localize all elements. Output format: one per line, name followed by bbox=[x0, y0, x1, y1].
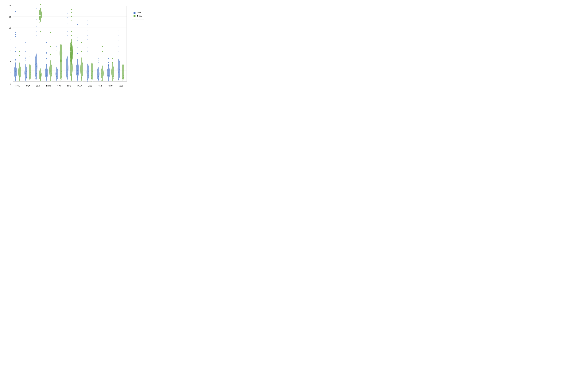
y-axis-label-container bbox=[3, 4, 8, 89]
tumor-data-point bbox=[98, 81, 98, 81]
normal-data-point bbox=[92, 74, 93, 74]
tumor-data-point bbox=[36, 66, 37, 67]
tumor-data-point bbox=[118, 72, 119, 73]
tumor-data-point bbox=[108, 77, 108, 77]
tumor-data-point bbox=[16, 75, 16, 75]
tumor-outlier bbox=[46, 53, 47, 54]
tumor-data-point bbox=[36, 73, 37, 74]
tumor-data-point bbox=[26, 71, 26, 72]
normal-data-point bbox=[82, 69, 82, 70]
normal-outlier bbox=[123, 58, 123, 59]
tumor-data-point bbox=[26, 73, 26, 73]
tumor-data-point bbox=[87, 73, 88, 73]
x-axis-label: BLCA bbox=[16, 85, 20, 87]
normal-outlier bbox=[61, 30, 61, 30]
tumor-outlier bbox=[67, 13, 68, 14]
tumor-data-point bbox=[36, 68, 36, 69]
tumor-data-point bbox=[56, 75, 57, 75]
normal-data-point bbox=[71, 56, 72, 57]
tumor-data-point bbox=[15, 74, 15, 75]
tumor-outlier bbox=[98, 60, 98, 61]
tumor-data-point bbox=[57, 78, 57, 79]
tumor-data-point bbox=[25, 78, 25, 79]
tumor-outlier bbox=[15, 48, 16, 48]
normal-data-point bbox=[70, 54, 71, 54]
normal-data-point bbox=[92, 71, 93, 72]
tumor-data-point bbox=[46, 76, 46, 77]
tumor-data-point bbox=[98, 77, 98, 77]
tumor-data-point bbox=[77, 68, 77, 68]
normal-data-point bbox=[19, 75, 20, 75]
tumor-data-point bbox=[57, 80, 57, 80]
tumor-data-point bbox=[67, 75, 68, 75]
tumor-data-point bbox=[87, 76, 87, 76]
normal-data-point bbox=[72, 45, 72, 45]
normal-data-point bbox=[40, 21, 41, 21]
plot-with-yaxis: 14121086420 BLCABRCACOADHNSCKICHKIRCLUAD… bbox=[8, 4, 144, 89]
tumor-data-point bbox=[77, 79, 77, 80]
tumor-data-point bbox=[118, 76, 119, 76]
tumor-data-point bbox=[57, 77, 57, 77]
normal-data-point bbox=[50, 77, 50, 77]
normal-data-point bbox=[30, 79, 30, 79]
normal-data-point bbox=[112, 81, 112, 81]
tumor-data-point bbox=[16, 81, 16, 82]
tumor-outlier bbox=[77, 37, 78, 37]
normal-data-point bbox=[81, 72, 82, 72]
tumor-data-point bbox=[16, 79, 16, 80]
tumor-data-point bbox=[15, 72, 15, 72]
normal-data-point bbox=[41, 15, 41, 16]
tumor-data-point bbox=[26, 81, 27, 82]
tumor-data-point bbox=[67, 78, 67, 79]
normal-data-point bbox=[122, 81, 122, 81]
tumor-data-point bbox=[46, 71, 46, 71]
normal-data-point bbox=[92, 80, 92, 80]
tumor-data-point bbox=[119, 69, 120, 70]
tumor-data-point bbox=[46, 80, 46, 81]
normal-outlier bbox=[81, 51, 82, 52]
tumor-outlier bbox=[15, 34, 16, 35]
normal-data-point bbox=[71, 47, 71, 48]
normal-data-point bbox=[29, 78, 29, 78]
tumor-data-point bbox=[57, 76, 57, 77]
normal-data-point bbox=[92, 77, 93, 77]
normal-outlier bbox=[71, 21, 72, 21]
normal-data-point bbox=[51, 78, 51, 79]
tumor-data-point bbox=[87, 75, 87, 75]
normal-data-point bbox=[81, 72, 81, 72]
tumor-data-point bbox=[119, 73, 119, 74]
tumor-data-point bbox=[47, 76, 47, 76]
tumor-data-point bbox=[67, 75, 67, 76]
tumor-data-point bbox=[118, 75, 119, 75]
normal-data-point bbox=[50, 72, 50, 73]
normal-data-point bbox=[92, 81, 92, 81]
normal-data-point bbox=[41, 16, 41, 17]
tumor-data-point bbox=[109, 77, 109, 78]
tumor-data-point bbox=[87, 72, 87, 72]
normal-data-point bbox=[81, 80, 81, 80]
tumor-data-point bbox=[118, 81, 119, 81]
tumor-outlier bbox=[87, 50, 88, 50]
tumor-data-point bbox=[108, 80, 109, 80]
tumor-data-point bbox=[78, 78, 78, 78]
tumor-outlier bbox=[26, 42, 26, 43]
tumor-data-point bbox=[47, 79, 47, 80]
tumor-data-point bbox=[88, 79, 88, 79]
normal-data-point bbox=[19, 73, 19, 74]
tumor-data-point bbox=[68, 73, 68, 73]
normal-data-point bbox=[61, 75, 62, 75]
tumor-data-point bbox=[87, 75, 88, 76]
tumor-data-point bbox=[15, 75, 15, 76]
tumor-outlier bbox=[87, 30, 88, 30]
normal-data-point bbox=[19, 76, 19, 77]
tumor-data-point bbox=[25, 73, 25, 73]
tumor-data-point bbox=[36, 64, 36, 64]
tumor-outlier bbox=[36, 8, 36, 9]
normal-data-point bbox=[92, 75, 92, 75]
normal-data-point bbox=[102, 81, 103, 81]
normal-data-point bbox=[40, 11, 40, 11]
tumor-data-point bbox=[78, 81, 78, 81]
normal-data-point bbox=[91, 81, 92, 82]
tumor-data-point bbox=[67, 71, 67, 71]
tumor-data-point bbox=[16, 79, 16, 80]
